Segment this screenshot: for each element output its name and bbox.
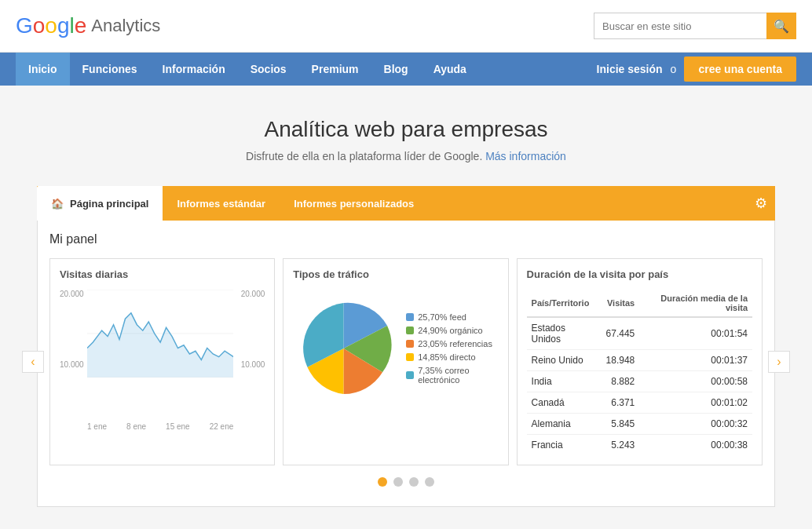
gear-icon[interactable]: ⚙ [755, 195, 767, 212]
y-labels-right: 20.000 10.000 [241, 290, 265, 431]
cards-row: Visitas diarias 20.000 10.000 20.000 10.… [49, 258, 763, 465]
visitas-title: Visitas diarias [60, 268, 265, 280]
nav-or: o [671, 63, 677, 75]
legend-feed: 25,70% feed [406, 312, 498, 322]
legend-label-feed: 25,70% feed [418, 312, 466, 322]
duracion-title: Duración de la visita por país [527, 268, 752, 280]
pagination [49, 465, 763, 494]
cell-duration: 00:01:37 [639, 350, 752, 371]
legend-referencias: 23,05% referencias [406, 339, 498, 348]
table-row: India 8.882 00:00:58 [527, 371, 752, 392]
cell-duration: 00:00:32 [639, 414, 752, 435]
legend-dot-organic [406, 327, 414, 334]
col-duration: Duración media de la visita [639, 290, 752, 317]
legend-label-organic: 24,90% orgánico [418, 326, 483, 335]
x-label-1: 1 ene [87, 422, 107, 431]
legend-dot-directo [406, 353, 414, 361]
cards-container: ‹ Visitas diarias 20.000 10.000 20.000 1… [49, 258, 763, 465]
cell-visits: 67.445 [602, 317, 640, 350]
logo-analytics-text: Analytics [91, 16, 160, 36]
table-row: Reino Unido 18.948 00:01:37 [527, 350, 752, 371]
hero-subtitle-text: Disfrute de ella en la plataforma líder … [246, 150, 482, 162]
legend-correo: 7,35% correo electrónico [406, 366, 498, 385]
dot-2[interactable] [393, 477, 403, 487]
cell-duration: 00:00:38 [639, 435, 752, 456]
cell-country: Francia [527, 435, 602, 456]
trafico-title: Tipos de tráfico [293, 268, 498, 280]
cell-visits: 6.371 [602, 392, 640, 414]
legend-directo: 14,85% directo [406, 352, 498, 362]
search-icon: 🔍 [774, 19, 789, 34]
cell-visits: 8.882 [602, 371, 640, 392]
table-row: Alemania 5.845 00:00:32 [527, 414, 752, 435]
cell-duration: 00:01:54 [639, 317, 752, 350]
x-label-3: 15 ene [166, 422, 190, 431]
nav-item-informacion[interactable]: Información [150, 53, 238, 86]
cell-visits: 18.948 [602, 350, 640, 371]
nav-item-inicio[interactable]: Inicio [16, 53, 70, 86]
x-label-4: 22 ene [210, 422, 234, 431]
signin-link[interactable]: Inicie sesión [597, 63, 663, 75]
hero-section: Analítica web para empresas Disfrute de … [0, 86, 812, 186]
logo: Google Analytics [16, 13, 160, 38]
cell-visits: 5.243 [602, 435, 640, 456]
dot-1[interactable] [378, 477, 387, 487]
logo-google-text: Google [16, 13, 86, 38]
dashboard-wrapper: 🏠 Página principal Informes estándar Inf… [21, 186, 791, 523]
legend-dot-correo [406, 371, 414, 379]
duracion-card: Duración de la visita por país País/Terr… [517, 258, 763, 465]
y-mid-left: 10.000 [60, 360, 84, 369]
header-right: 🔍 [594, 13, 796, 39]
tab-home-label: Página principal [70, 198, 148, 210]
hero-title: Analítica web para empresas [16, 117, 796, 142]
nav-right: Inicie sesión o cree una cuenta [597, 57, 796, 82]
nav-item-funciones[interactable]: Funciones [70, 53, 150, 86]
header: Google Analytics 🔍 [0, 0, 812, 53]
tab-home[interactable]: 🏠 Página principal [37, 186, 163, 221]
nav-item-ayuda[interactable]: Ayuda [421, 53, 479, 86]
y-max-right: 20.000 [241, 290, 265, 298]
nav-item-blog[interactable]: Blog [371, 53, 421, 86]
cell-country: Alemania [527, 414, 602, 435]
panel-title: Mi panel [49, 232, 763, 246]
y-mid-right: 10.000 [241, 360, 265, 369]
cell-duration: 00:01:02 [639, 392, 752, 414]
legend-dot-feed [406, 313, 414, 321]
next-arrow[interactable]: › [768, 351, 790, 373]
tab-bar: 🏠 Página principal Informes estándar Inf… [37, 186, 775, 221]
tab-standard-reports[interactable]: Informes estándar [163, 186, 280, 221]
dot-3[interactable] [409, 477, 419, 487]
main-nav: Inicio Funciones Información Socios Prem… [0, 53, 812, 86]
table-row: Canadá 6.371 00:01:02 [527, 392, 752, 414]
legend-dot-referencias [406, 340, 414, 348]
line-chart-svg [87, 290, 233, 378]
visitas-card: Visitas diarias 20.000 10.000 20.000 10.… [49, 258, 275, 465]
col-visits: Visitas [602, 290, 640, 317]
y-max-left: 20.000 [60, 290, 84, 298]
line-chart-area: 20.000 10.000 20.000 10.000 [60, 290, 265, 431]
y-labels-left: 20.000 10.000 [60, 290, 84, 431]
cell-country: Estados Unidos [527, 317, 602, 350]
dot-4[interactable] [425, 477, 434, 487]
dashboard-panel: Mi panel ‹ Visitas diarias 20.000 10.000 [37, 221, 775, 507]
x-label-2: 8 ene [126, 422, 146, 431]
table-row: Francia 5.243 00:00:38 [527, 435, 752, 456]
nav-left: Inicio Funciones Información Socios Prem… [16, 53, 479, 86]
cell-country: Reino Unido [527, 350, 602, 371]
home-icon: 🏠 [51, 198, 64, 210]
hero-subtitle: Disfrute de ella en la plataforma líder … [16, 150, 796, 162]
tab-custom-reports[interactable]: Informes personalizados [280, 186, 428, 221]
create-account-button[interactable]: cree una cuenta [684, 57, 796, 82]
prev-arrow[interactable]: ‹ [22, 351, 44, 373]
legend-label-correo: 7,35% correo electrónico [418, 366, 498, 385]
search-input[interactable] [594, 13, 766, 39]
nav-item-socios[interactable]: Socios [238, 53, 299, 86]
pie-chart-svg [293, 290, 394, 407]
nav-item-premium[interactable]: Premium [299, 53, 371, 86]
legend-label-directo: 14,85% directo [418, 352, 475, 362]
cell-duration: 00:00:58 [639, 371, 752, 392]
search-button[interactable]: 🔍 [766, 13, 796, 39]
duracion-table: País/Territorio Visitas Duración media d… [527, 290, 752, 455]
search-box: 🔍 [594, 13, 796, 39]
hero-link[interactable]: Más información [485, 150, 566, 162]
